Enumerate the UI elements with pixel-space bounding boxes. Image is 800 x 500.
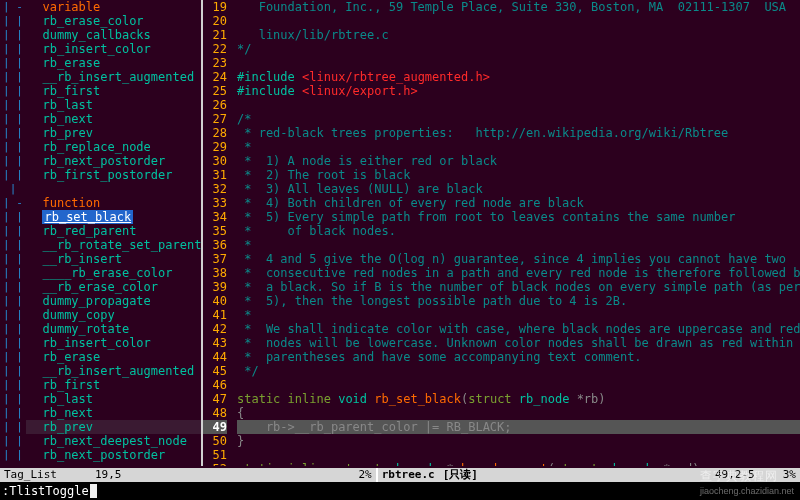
code-line[interactable]: * We shall indicate color with case, whe… xyxy=(237,322,800,336)
taglist-item[interactable]: rb_last xyxy=(26,392,201,406)
taglist-item[interactable]: dummy_copy xyxy=(26,308,201,322)
taglist-item[interactable]: rb_next xyxy=(26,112,201,126)
source-code[interactable]: Foundation, Inc., 59 Temple Place, Suite… xyxy=(233,0,800,466)
code-line[interactable]: * 3) All leaves (NULL) are black xyxy=(237,182,800,196)
status-left-pct: 2% xyxy=(355,468,376,482)
taglist-item[interactable]: dummy_propagate xyxy=(26,294,201,308)
code-line[interactable]: rb->__rb_parent_color |= RB_BLACK; xyxy=(237,420,800,434)
taglist-item[interactable]: rb_next_postorder xyxy=(26,154,201,168)
cursor-icon xyxy=(90,484,97,498)
code-pane[interactable]: 1920212223242526272829303132333435363738… xyxy=(203,0,800,466)
code-line[interactable]: static inline void rb_set_black(struct r… xyxy=(237,392,800,406)
status-right-name: rbtree.c xyxy=(378,468,439,482)
code-line[interactable]: #include <linux/rbtree_augmented.h> xyxy=(237,70,800,84)
status-right-pos: 49,2-5 xyxy=(711,468,759,482)
taglist-item[interactable]: rb_set_black xyxy=(26,210,201,224)
status-left-pos: 19,5 xyxy=(91,468,126,482)
line-number-gutter: 1920212223242526272829303132333435363738… xyxy=(203,0,233,466)
taglist-item[interactable]: rb_next_postorder xyxy=(26,448,201,462)
status-right-flag: [只读] xyxy=(439,468,482,482)
taglist-item[interactable]: rb_replace_node xyxy=(26,140,201,154)
taglist-item[interactable]: dummy_rotate xyxy=(26,322,201,336)
code-line[interactable]: /* xyxy=(237,112,800,126)
taglist-item[interactable]: rb_erase xyxy=(26,350,201,364)
code-line[interactable]: * xyxy=(237,140,800,154)
code-line[interactable]: Foundation, Inc., 59 Temple Place, Suite… xyxy=(237,0,800,14)
status-right-pct: 3% xyxy=(779,468,800,482)
tag-fold-column: | -| || || || || || || || || || || || ||… xyxy=(0,0,26,466)
taglist-item[interactable]: dummy_callbacks xyxy=(26,28,201,42)
taglist-item[interactable]: rb_erase xyxy=(26,56,201,70)
taglist-item[interactable] xyxy=(26,182,201,196)
taglist-item[interactable]: rb_next_deepest_node xyxy=(26,434,201,448)
code-line[interactable] xyxy=(237,448,800,462)
taglist-item[interactable]: rb_first xyxy=(26,378,201,392)
code-line[interactable]: } xyxy=(237,434,800,448)
taglist-item[interactable]: rb_last xyxy=(26,98,201,112)
command-text: :TlistToggle xyxy=(2,482,89,500)
code-line[interactable]: * 2) The root is black xyxy=(237,168,800,182)
code-line[interactable]: #include <linux/export.h> xyxy=(237,84,800,98)
taglist-item[interactable]: rb_insert_color xyxy=(26,42,201,56)
taglist-item[interactable]: rb_next xyxy=(26,406,201,420)
code-line[interactable] xyxy=(237,378,800,392)
command-line[interactable]: :TlistToggle xyxy=(0,482,800,500)
code-line[interactable]: * xyxy=(237,238,800,252)
taglist-item[interactable]: rb_erase_color xyxy=(26,14,201,28)
taglist-item[interactable]: variable xyxy=(26,0,201,14)
code-line[interactable]: * nodes will be lowercase. Unknown color… xyxy=(237,336,800,350)
taglist-item[interactable]: function xyxy=(26,196,201,210)
status-left-name: Tag_List xyxy=(0,468,61,482)
code-line[interactable]: * parentheses and have some accompanying… xyxy=(237,350,800,364)
code-line[interactable]: linux/lib/rbtree.c xyxy=(237,28,800,42)
taglist-item[interactable]: rb_red_parent xyxy=(26,224,201,238)
taglist-item[interactable]: ____rb_erase_color xyxy=(26,266,201,280)
taglist-item[interactable]: rb_prev xyxy=(26,420,201,434)
taglist-item[interactable]: rb_first_postorder xyxy=(26,168,201,182)
editor-area: | -| || || || || || || || || || || || ||… xyxy=(0,0,800,466)
code-line[interactable]: static inline struct rb_node *rb_red_par… xyxy=(237,462,800,466)
status-bar: Tag_List 19,5 2% rbtree.c [只读] 49,2-5 3% xyxy=(0,468,800,482)
code-line[interactable]: * 5), then the longest possible path due… xyxy=(237,294,800,308)
taglist-item[interactable]: __rb_rotate_set_parents xyxy=(26,238,201,252)
code-line[interactable] xyxy=(237,56,800,70)
code-line[interactable]: * of black nodes. xyxy=(237,224,800,238)
code-line[interactable] xyxy=(237,14,800,28)
taglist-item[interactable]: rb_prev xyxy=(26,126,201,140)
code-line[interactable]: * 5) Every simple path from root to leav… xyxy=(237,210,800,224)
code-line[interactable]: * a black. So if B is the number of blac… xyxy=(237,280,800,294)
code-line[interactable] xyxy=(237,98,800,112)
code-line[interactable]: * 4) Both children of every red node are… xyxy=(237,196,800,210)
code-line[interactable]: * 4 and 5 give the O(log n) guarantee, s… xyxy=(237,252,800,266)
code-line[interactable]: * 1) A node is either red or black xyxy=(237,154,800,168)
taglist-item[interactable]: __rb_insert_augmented xyxy=(26,364,201,378)
code-line[interactable]: * xyxy=(237,308,800,322)
code-line[interactable]: * red-black trees properties: http://en.… xyxy=(237,126,800,140)
taglist-item[interactable]: rb_insert_color xyxy=(26,336,201,350)
code-line[interactable]: */ xyxy=(237,364,800,378)
code-line[interactable]: */ xyxy=(237,42,800,56)
code-line[interactable]: { xyxy=(237,406,800,420)
taglist-pane[interactable]: variable rb_erase_color dummy_callbacks … xyxy=(26,0,201,466)
taglist-item[interactable]: __rb_erase_color xyxy=(26,280,201,294)
taglist-item[interactable]: rb_first xyxy=(26,84,201,98)
code-line[interactable]: * consecutive red nodes in a path and ev… xyxy=(237,266,800,280)
taglist-item[interactable]: __rb_insert xyxy=(26,252,201,266)
taglist-item[interactable]: __rb_insert_augmented xyxy=(26,70,201,84)
